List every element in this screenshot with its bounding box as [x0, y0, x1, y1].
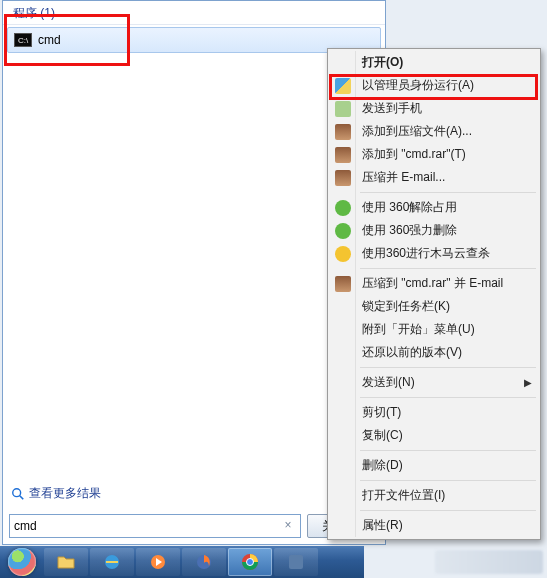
- context-menu-item[interactable]: 属性(R): [330, 514, 538, 537]
- svg-point-0: [13, 488, 21, 496]
- context-menu-separator: [360, 192, 536, 193]
- context-menu-item[interactable]: 打开(O): [330, 51, 538, 74]
- search-result-label: cmd: [38, 33, 61, 47]
- search-box[interactable]: ×: [9, 514, 301, 538]
- context-menu-item-label: 发送到(N): [362, 374, 415, 391]
- clear-search-button[interactable]: ×: [280, 518, 296, 534]
- taskbar: [0, 546, 364, 578]
- start-button[interactable]: [2, 547, 42, 577]
- svg-point-8: [247, 559, 254, 566]
- context-menu-separator: [360, 367, 536, 368]
- context-menu-item[interactable]: 添加到压缩文件(A)...: [330, 120, 538, 143]
- context-menu-separator: [360, 450, 536, 451]
- search-result-cmd[interactable]: C:\ cmd: [7, 27, 381, 53]
- search-icon: [11, 487, 25, 501]
- context-menu-item-label: 锁定到任务栏(K): [362, 298, 450, 315]
- context-menu-item-label: 压缩到 "cmd.rar" 并 E-mail: [362, 275, 503, 292]
- context-menu-item[interactable]: 发送到(N)▶: [330, 371, 538, 394]
- shield-icon: [335, 78, 351, 94]
- search-input[interactable]: [14, 519, 280, 533]
- context-menu-item-label: 复制(C): [362, 427, 403, 444]
- rar-icon: [335, 124, 351, 140]
- taskbar-item-firefox[interactable]: [182, 548, 226, 576]
- redacted-region: [435, 550, 543, 574]
- g360-icon: [335, 223, 351, 239]
- ie-icon: [102, 552, 122, 572]
- context-menu-item[interactable]: 复制(C): [330, 424, 538, 447]
- context-menu-item[interactable]: 使用360进行木马云查杀: [330, 242, 538, 265]
- rar-icon: [335, 170, 351, 186]
- firefox-icon: [194, 552, 214, 572]
- context-menu-item[interactable]: 压缩到 "cmd.rar" 并 E-mail: [330, 272, 538, 295]
- context-menu-item[interactable]: 使用 360解除占用: [330, 196, 538, 219]
- context-menu-separator: [360, 480, 536, 481]
- phone-icon: [335, 101, 351, 117]
- folder-icon: [56, 552, 76, 572]
- context-menu-item-label: 打开文件位置(I): [362, 487, 445, 504]
- context-menu-item[interactable]: 添加到 "cmd.rar"(T): [330, 143, 538, 166]
- context-menu-item[interactable]: 打开文件位置(I): [330, 484, 538, 507]
- context-menu-item-label: 剪切(T): [362, 404, 401, 421]
- context-menu-item-label: 附到「开始」菜单(U): [362, 321, 475, 338]
- context-menu-item-label: 删除(D): [362, 457, 403, 474]
- context-menu-item[interactable]: 剪切(T): [330, 401, 538, 424]
- context-menu-item[interactable]: 附到「开始」菜单(U): [330, 318, 538, 341]
- context-menu-item[interactable]: 锁定到任务栏(K): [330, 295, 538, 318]
- context-menu-item[interactable]: 发送到手机: [330, 97, 538, 120]
- context-menu-item-label: 添加到 "cmd.rar"(T): [362, 146, 466, 163]
- context-menu-item-label: 属性(R): [362, 517, 403, 534]
- context-menu-item[interactable]: 还原以前的版本(V): [330, 341, 538, 364]
- taskbar-item-ie[interactable]: [90, 548, 134, 576]
- context-menu-item-label: 使用 360解除占用: [362, 199, 457, 216]
- taskbar-item-chrome[interactable]: [228, 548, 272, 576]
- context-menu-item-label: 打开(O): [362, 54, 403, 71]
- context-menu-item-label: 添加到压缩文件(A)...: [362, 123, 472, 140]
- context-menu-item[interactable]: 删除(D): [330, 454, 538, 477]
- context-menu-item[interactable]: 使用 360强力删除: [330, 219, 538, 242]
- svg-line-1: [20, 495, 24, 499]
- context-menu-item-label: 发送到手机: [362, 100, 422, 117]
- g360-icon: [335, 200, 351, 216]
- taskbar-item-wmp[interactable]: [136, 548, 180, 576]
- see-more-label: 查看更多结果: [29, 485, 101, 502]
- taskbar-item-explorer[interactable]: [44, 548, 88, 576]
- context-menu-item-label: 使用 360强力删除: [362, 222, 457, 239]
- rar-icon: [335, 147, 351, 163]
- chrome-icon: [240, 552, 260, 572]
- search-row: × 关机 ▸: [9, 514, 379, 538]
- context-menu-item-label: 压缩并 E-mail...: [362, 169, 445, 186]
- svg-rect-9: [289, 555, 303, 569]
- windows-logo-icon: [8, 548, 36, 576]
- context-menu-separator: [360, 268, 536, 269]
- context-menu: 打开(O)以管理员身份运行(A)发送到手机添加到压缩文件(A)...添加到 "c…: [327, 48, 541, 540]
- context-menu-item-label: 使用360进行木马云查杀: [362, 245, 490, 262]
- y360-icon: [335, 246, 351, 262]
- taskbar-item-app[interactable]: [274, 548, 318, 576]
- see-more-results-link[interactable]: 查看更多结果: [11, 485, 101, 502]
- context-menu-item-label: 以管理员身份运行(A): [362, 77, 474, 94]
- context-menu-separator: [360, 510, 536, 511]
- section-header-programs: 程序 (1): [3, 1, 385, 25]
- rar-icon: [335, 276, 351, 292]
- submenu-arrow-icon: ▶: [524, 377, 532, 388]
- media-player-icon: [148, 552, 168, 572]
- cmd-icon: C:\: [14, 33, 32, 47]
- app-icon: [286, 552, 306, 572]
- context-menu-item[interactable]: 压缩并 E-mail...: [330, 166, 538, 189]
- context-menu-separator: [360, 397, 536, 398]
- context-menu-item-label: 还原以前的版本(V): [362, 344, 462, 361]
- context-menu-item[interactable]: 以管理员身份运行(A): [330, 74, 538, 97]
